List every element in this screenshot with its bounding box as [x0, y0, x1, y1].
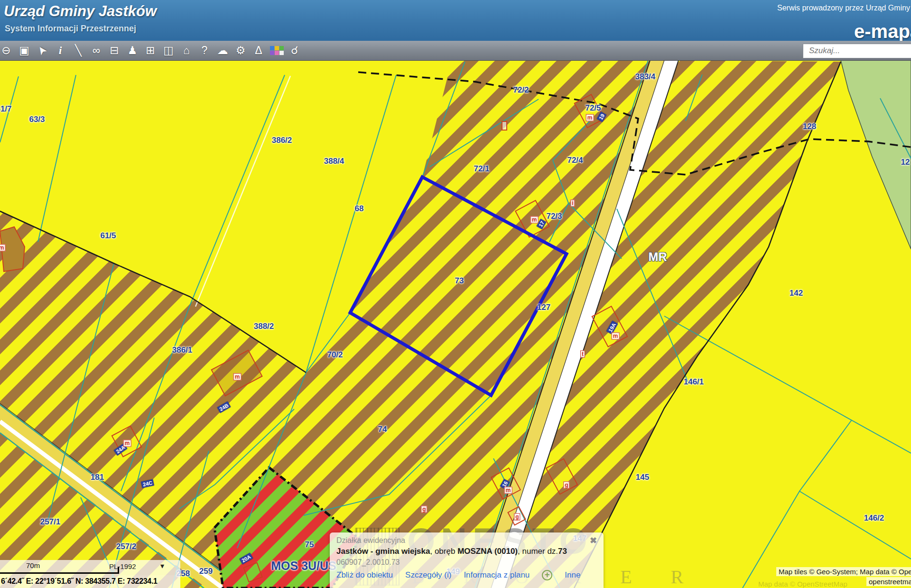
parcel-info-popup: Działka ewidencyjna Jastków - gmina wiej…	[330, 532, 604, 588]
layout-icon[interactable]: ◫	[159, 41, 177, 60]
settings-icon[interactable]: ⚙	[232, 41, 250, 60]
select-area-icon[interactable]: ▣	[15, 41, 33, 60]
share-icon[interactable]: ☌	[286, 41, 304, 60]
app-subtitle: System Informacji Przestrzennej	[5, 24, 136, 34]
legend-icon[interactable]	[268, 41, 286, 60]
plan-info-link[interactable]: Informacja z planu	[464, 570, 530, 580]
popup-object-id: 060907_2.0010.73	[336, 558, 597, 567]
other-link[interactable]: Inne	[565, 570, 580, 580]
scale-bar	[0, 567, 119, 574]
chevron-down-icon[interactable]: ▾	[160, 561, 164, 570]
attribution-ghost: Map data © OpenStreetMap	[758, 580, 847, 588]
slope-icon[interactable]: Δ	[250, 41, 268, 60]
zoom-out-icon[interactable]: ⊖	[0, 41, 15, 60]
search-input[interactable]	[808, 44, 905, 57]
link-icon[interactable]: ∞	[87, 41, 105, 60]
popup-title: Jastków - gmina wiejska, obręb MOSZNA (0…	[336, 547, 597, 556]
copy-view-icon[interactable]: ⊞	[141, 41, 159, 60]
service-note: Serwis prowadzony przez Urząd Gminy Jast…	[777, 4, 911, 12]
attribution-line1: Map tiles © Geo-System; Map data © OpenS…	[776, 567, 911, 576]
gis-app: { "header": { "title": "Urząd Gminy Jast…	[0, 0, 911, 588]
info-icon[interactable]: i	[51, 41, 69, 60]
pointer-icon[interactable]: ➤	[33, 41, 51, 60]
zoom-to-object-link[interactable]: Zbliż do obiektu	[336, 570, 393, 580]
measure-icon[interactable]: ╲	[69, 41, 87, 60]
map-canvas[interactable]	[0, 0, 911, 588]
app-title: Urząd Gminy Jastków	[4, 3, 157, 20]
toolbar: ⊖▣➤i╲∞⊟♟⊞◫⌂?☁⚙Δ☌	[0, 41, 911, 61]
search-box	[803, 44, 911, 58]
compass-icon[interactable]: +	[542, 570, 552, 580]
street-view-icon[interactable]: ♟	[123, 41, 141, 60]
close-icon[interactable]: ✖	[590, 535, 597, 546]
crs-select[interactable]: PL-1992	[109, 562, 136, 570]
print-icon[interactable]: ⊟	[105, 41, 123, 60]
emapa-logo: e-mapa	[854, 21, 911, 42]
toolbar-icons: ⊖▣➤i╲∞⊟♟⊞◫⌂?☁⚙Δ☌	[0, 41, 304, 60]
attribution-line2: openstreetmap.org	[866, 577, 911, 586]
polygon-icon[interactable]: ⌂	[177, 41, 195, 60]
coords-readout: 6´42.4˝ E: 22°19´51.6˝ N: 384355.7 E: 73…	[1, 577, 158, 586]
header: Urząd Gminy Jastków System Informacji Pr…	[0, 0, 911, 41]
popup-kicker: Działka ewidencyjna	[336, 536, 597, 545]
popup-links: Zbliż do obiektuSzczegóły (i)Informacja …	[336, 570, 597, 580]
help-icon[interactable]: ?	[195, 41, 214, 60]
details-link[interactable]: Szczegóły (i)	[405, 570, 451, 580]
cloud-download-icon[interactable]: ☁	[214, 41, 232, 60]
